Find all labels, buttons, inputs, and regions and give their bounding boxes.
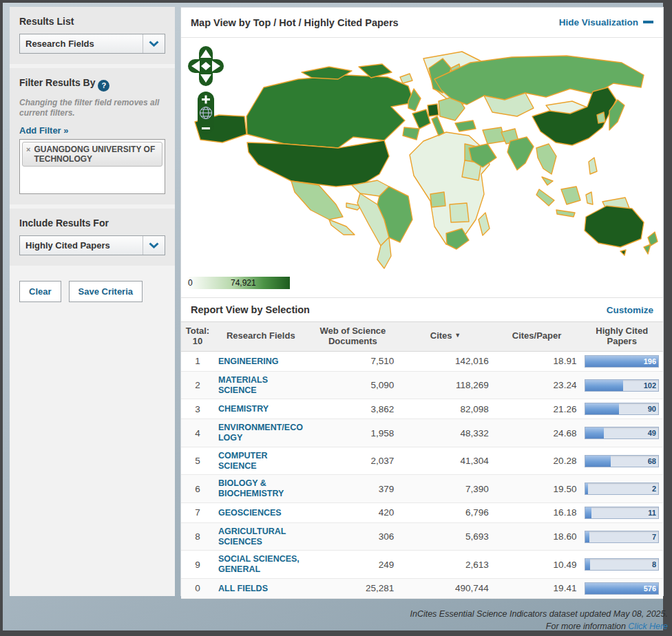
cites-cell: 490,744 [398, 578, 492, 598]
research-field-link[interactable]: ALL FIELDS [218, 584, 304, 594]
field-cell: ENVIRONMENT/ECOLOGY [214, 419, 308, 447]
field-cell: AGRICULTURAL SCIENCES [214, 522, 308, 551]
report-view-title: Report View by Selection [191, 304, 310, 315]
research-field-link[interactable]: ENGINEERING [218, 357, 304, 367]
table-row: 8 AGRICULTURAL SCIENCES 306 5,693 18.60 … [181, 522, 663, 551]
field-cell: SOCIAL SCIENCES, GENERAL [214, 551, 308, 579]
active-filters-box: × GUANGDONG UNIVERSITY OF TECHNOLOGY [19, 139, 165, 194]
legend-min-value: 0 [188, 278, 193, 288]
add-filter-link[interactable]: Add Filter » [19, 125, 69, 136]
hcp-bar: 8 [585, 558, 659, 571]
documents-cell: 7,510 [308, 351, 399, 371]
cites-cell: 2,613 [398, 551, 492, 579]
hcp-bar-fill [585, 427, 603, 438]
map-pan-zoom-controls[interactable] [187, 43, 225, 137]
field-cell: ALL FIELDS [214, 578, 308, 598]
research-field-link[interactable]: SOCIAL SCIENCES, GENERAL [218, 554, 304, 575]
hcp-bar: 196 [585, 355, 659, 368]
cites-cell: 48,332 [398, 419, 492, 447]
field-cell: ENGINEERING [214, 351, 308, 371]
hcp-bar-value: 68 [648, 457, 656, 465]
filter-results-section: Filter Results By? Changing the filter f… [10, 68, 175, 204]
save-criteria-button[interactable]: Save Criteria [69, 281, 143, 302]
column-header-highly-cited-papers[interactable]: Highly Cited Papers [580, 322, 663, 352]
research-field-link[interactable]: AGRICULTURAL SCIENCES [218, 527, 304, 547]
rank-cell: 0 [181, 578, 214, 598]
total-count-header: Total: 10 [181, 322, 214, 352]
cites-per-paper-cell: 18.60 [493, 522, 581, 551]
research-field-link[interactable]: MATERIALS SCIENCE [218, 375, 304, 396]
research-field-link[interactable]: ENVIRONMENT/ECOLOGY [218, 423, 304, 443]
pan-control [188, 46, 224, 86]
documents-cell: 306 [308, 522, 399, 551]
hcp-bar-value: 7 [652, 533, 656, 541]
column-header-research-fields[interactable]: Research Fields [214, 322, 308, 352]
click-here-link[interactable]: Click Here [628, 622, 668, 631]
column-header-wos-documents[interactable]: Web of Science Documents [308, 322, 399, 352]
table-row: 9 SOCIAL SCIENCES, GENERAL 249 2,613 10.… [181, 551, 663, 579]
table-row: 6 BIOLOGY & BIOCHEMISTRY 379 7,390 19.50… [181, 475, 663, 503]
hcp-bar: 576 [585, 582, 659, 595]
highly-cited-papers-cell: 49 [580, 419, 663, 447]
hcp-bar-value: 8 [652, 560, 656, 569]
cites-per-paper-cell: 16.18 [493, 502, 581, 522]
field-cell: CHEMISTRY [214, 399, 308, 419]
rank-cell: 4 [181, 419, 214, 447]
minus-icon [643, 21, 653, 23]
table-row: 2 MATERIALS SCIENCE 5,090 118,269 23.24 … [181, 371, 663, 399]
column-header-cites-per-paper[interactable]: Cites/Paper [493, 322, 581, 352]
world-map[interactable] [181, 39, 663, 270]
research-field-link[interactable]: COMPUTER SCIENCE [218, 451, 304, 471]
results-list-select[interactable]: Research Fields [19, 34, 165, 54]
hcp-bar-value: 102 [644, 381, 656, 390]
hcp-bar: 11 [585, 507, 659, 519]
highly-cited-papers-cell: 102 [580, 371, 663, 399]
documents-cell: 5,090 [308, 371, 399, 399]
rank-cell: 8 [181, 522, 214, 551]
highly-cited-papers-cell: 8 [580, 551, 663, 579]
customize-link[interactable]: Customize [607, 305, 653, 315]
cites-cell: 118,269 [398, 371, 492, 399]
table-row: 4 ENVIRONMENT/ECOLOGY 1,958 48,332 24.68… [181, 419, 663, 447]
highly-cited-papers-cell: 7 [580, 522, 663, 551]
include-results-heading: Include Results For [19, 218, 165, 229]
hcp-bar-fill [585, 483, 587, 494]
map-view-title: Map View by Top / Hot / Highly Cited Pap… [191, 17, 399, 28]
hcp-bar-value: 196 [644, 357, 656, 365]
highly-cited-papers-cell: 90 [580, 399, 663, 419]
hcp-bar: 2 [585, 483, 659, 495]
hcp-bar: 49 [585, 427, 659, 439]
research-field-link[interactable]: GEOSCIENCES [218, 508, 304, 518]
include-results-select[interactable]: Highly Cited Papers [19, 235, 165, 255]
documents-cell: 1,958 [308, 419, 399, 447]
cites-per-paper-cell: 24.68 [493, 419, 581, 447]
highly-cited-papers-cell: 11 [580, 502, 663, 522]
include-results-section: Include Results For Highly Cited Papers [10, 209, 175, 266]
clear-button[interactable]: Clear [19, 281, 61, 302]
results-list-heading: Results List [19, 16, 165, 27]
hcp-bar-value: 576 [644, 584, 656, 593]
map-color-legend: 0 74,921 [185, 277, 290, 289]
hcp-bar-value: 49 [648, 429, 656, 437]
documents-cell: 25,281 [308, 578, 399, 598]
rank-cell: 3 [181, 399, 214, 419]
documents-cell: 3,862 [308, 399, 399, 419]
cites-per-paper-cell: 21.26 [493, 399, 581, 419]
help-icon[interactable]: ? [98, 80, 109, 92]
remove-filter-icon[interactable]: × [26, 145, 30, 154]
cites-per-paper-cell: 19.41 [493, 578, 581, 598]
hide-visualization-link[interactable]: Hide Visualization [559, 17, 653, 28]
filter-note: Changing the filter field removes all cu… [19, 98, 165, 119]
zoom-control [198, 92, 214, 134]
rank-cell: 7 [181, 502, 214, 522]
hcp-bar: 102 [585, 379, 659, 392]
hcp-bar-value: 90 [648, 405, 656, 413]
highly-cited-papers-cell: 196 [580, 351, 663, 371]
dataset-footer: InCites Essential Science Indicators dat… [410, 608, 668, 634]
map-visualization: 0 74,921 [181, 38, 663, 297]
research-field-link[interactable]: BIOLOGY & BIOCHEMISTRY [218, 478, 304, 499]
column-header-cites-sorted[interactable]: Cites ▼ [398, 322, 492, 352]
highly-cited-papers-cell: 68 [580, 447, 663, 475]
documents-cell: 420 [308, 502, 399, 522]
research-field-link[interactable]: CHEMISTRY [218, 404, 304, 414]
